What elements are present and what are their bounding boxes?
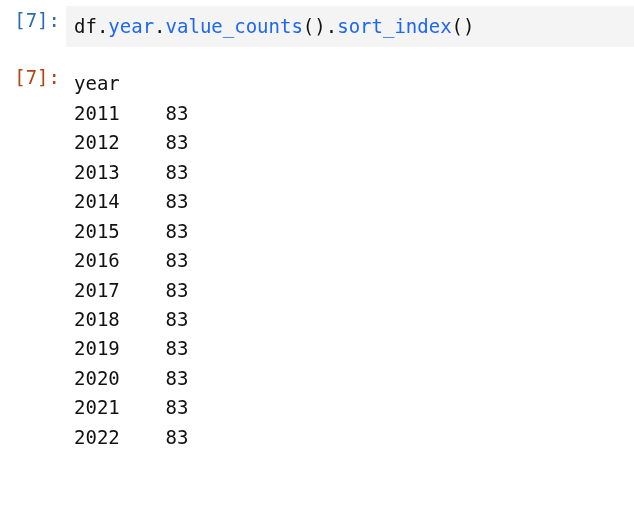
output-prompt: [7]:	[0, 63, 66, 92]
input-prompt: [7]:	[0, 6, 66, 35]
code-token: ()	[452, 15, 475, 37]
code-token: df	[74, 15, 97, 37]
output-row: 2018 83	[74, 305, 624, 334]
output-prompt-label: [7]:	[14, 66, 60, 88]
output-cell: [7]: year 2011 832012 832013 832014 8320…	[0, 49, 634, 460]
output-row: 2021 83	[74, 393, 624, 422]
code-input-area[interactable]: df.year.value_counts().sort_index()	[66, 6, 634, 47]
output-row: 2020 83	[74, 364, 624, 393]
output-row: 2015 83	[74, 217, 624, 246]
code-cell: [7]: df.year.value_counts().sort_index()	[0, 0, 634, 49]
output-row: 2012 83	[74, 128, 624, 157]
code-token: ()	[303, 15, 326, 37]
output-row: 2011 83	[74, 99, 624, 128]
output-row: 2017 83	[74, 276, 624, 305]
output-text-area: year 2011 832012 832013 832014 832015 83…	[66, 63, 634, 458]
code-token: sort_index	[337, 15, 451, 37]
output-row: 2013 83	[74, 158, 624, 187]
output-row: 2019 83	[74, 334, 624, 363]
code-token: value_counts	[166, 15, 303, 37]
code-token: .	[97, 15, 108, 37]
output-row: 2022 83	[74, 423, 624, 452]
output-title: year	[74, 69, 624, 98]
output-row: 2014 83	[74, 187, 624, 216]
code-token: year	[108, 15, 154, 37]
code-token: .	[326, 15, 337, 37]
input-prompt-label: [7]:	[14, 9, 60, 31]
code-token: .	[154, 15, 165, 37]
output-row: 2016 83	[74, 246, 624, 275]
code-line: df.year.value_counts().sort_index()	[74, 15, 474, 37]
